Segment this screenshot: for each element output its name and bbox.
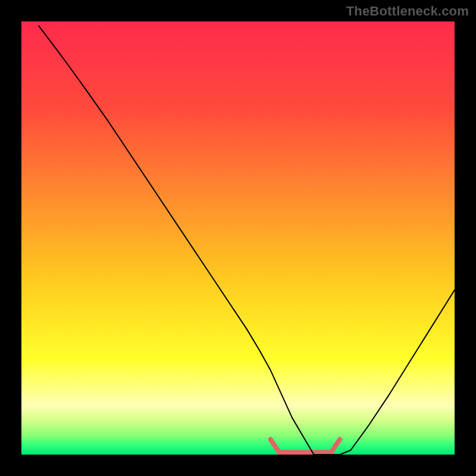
chart-svg [21,21,455,455]
watermark-text: TheBottleneck.com [346,4,469,19]
gradient-background [21,21,455,455]
plot-area [21,21,455,455]
chart-container: TheBottleneck.com [0,0,476,476]
